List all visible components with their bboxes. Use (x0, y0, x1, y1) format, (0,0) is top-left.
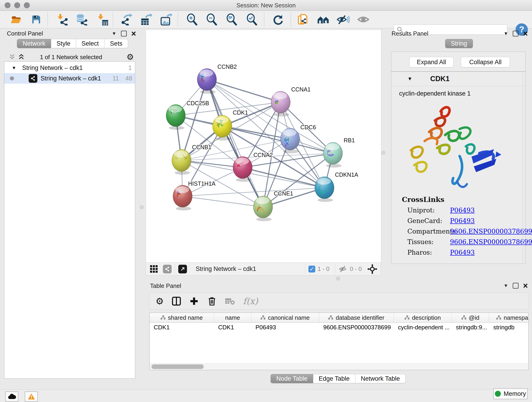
selected-counts: 1 - 0 (317, 265, 329, 273)
tab-style[interactable]: Style (51, 39, 76, 48)
column-header-database-identifier[interactable]: database identifier (319, 313, 394, 322)
node-table[interactable]: shared namenamecanonical namedatabase id… (149, 313, 529, 370)
float-panel-icon[interactable]: ▼ (504, 283, 508, 288)
pan-crosshair-icon[interactable] (367, 264, 377, 274)
crosslink-link[interactable]: P06493 (450, 249, 475, 256)
table-row[interactable]: CDK1CDK1P064939606.ENSP00000378699cyclin… (150, 322, 529, 332)
close-panel-icon[interactable]: × (523, 31, 528, 36)
zoom-selected-button[interactable] (245, 13, 259, 26)
add-column-icon[interactable] (190, 297, 199, 306)
column-header-shared-name[interactable]: shared name (150, 313, 214, 322)
table-cell[interactable]: CDK1 (214, 322, 251, 332)
tab-sets[interactable]: Sets (104, 39, 128, 48)
right-splitter-handle[interactable] (381, 151, 385, 155)
hide-selected-button[interactable] (336, 13, 350, 26)
export-image-button[interactable] (159, 13, 173, 26)
left-splitter-handle[interactable] (140, 205, 144, 209)
network-row-selected[interactable]: String Network – cdk1 11 48 (4, 73, 135, 84)
network-collection-row[interactable]: ▼ String Network – cdk1 1 (4, 63, 135, 73)
tab-node-table[interactable]: Node Table (271, 374, 313, 383)
node-CDKN1A[interactable]: CDKN1A (315, 172, 358, 202)
edge-HIST1H1A-CCNE1[interactable] (183, 196, 263, 207)
network-label: String Network – cdk1 (41, 75, 101, 82)
open-session-button[interactable] (9, 13, 22, 26)
column-header-name[interactable]: name (214, 313, 251, 322)
show-all-panels-button[interactable] (317, 13, 330, 26)
import-network-database-button[interactable] (75, 13, 88, 26)
table-settings-gear-icon[interactable]: ⚙ (156, 296, 164, 306)
hidden-eye-slash-icon[interactable] (338, 265, 348, 273)
zoom-in-button[interactable] (186, 13, 199, 26)
close-panel-icon[interactable]: × (523, 283, 528, 288)
column-header-namespace[interactable]: namespace (489, 313, 529, 322)
birds-eye-view-icon[interactable] (178, 265, 187, 274)
scrollbar-thumb[interactable] (152, 364, 204, 369)
gene-section-header[interactable]: ▼ CDK1 (391, 72, 525, 86)
tab-network-table[interactable]: Network Table (355, 374, 406, 383)
delete-table-icon[interactable] (225, 297, 235, 305)
collapse-triangle-icon[interactable]: ▼ (407, 76, 412, 82)
apply-layout-button[interactable] (272, 13, 285, 26)
memory-button[interactable]: Memory (493, 388, 528, 399)
collapse-all-chevron-icon[interactable] (9, 54, 16, 60)
undock-panel-icon[interactable] (513, 31, 519, 36)
column-header-description[interactable]: description (394, 313, 452, 322)
close-panel-icon[interactable]: × (131, 31, 136, 36)
export-table-button[interactable] (139, 13, 153, 26)
save-session-button[interactable] (30, 13, 43, 26)
column-header-canonical-name[interactable]: canonical name (251, 313, 319, 322)
tab-edge-table[interactable]: Edge Table (313, 374, 355, 383)
collection-expand-triangle-icon[interactable]: ▼ (12, 65, 16, 70)
node-CDC6[interactable]: CDC6 (280, 124, 316, 153)
function-builder-icon[interactable]: f(x) (243, 296, 258, 306)
table-cell[interactable]: 9606.ENSP00000378699 (319, 322, 394, 332)
tab-network[interactable]: Network (17, 39, 51, 48)
zoom-out-button[interactable] (205, 13, 219, 26)
table-cell[interactable]: cyclin-dependent ... (394, 322, 452, 332)
edge-CCNB2-CCNA1[interactable] (207, 80, 281, 102)
crosslink-link[interactable]: P06493 (450, 206, 475, 214)
node-CCNA2[interactable]: CCNA2 (233, 152, 273, 182)
undock-panel-icon[interactable] (513, 283, 519, 288)
node-RB1[interactable]: RB1 (323, 137, 355, 167)
table-cell[interactable]: stringdb:9... (452, 322, 489, 332)
crosslink-link[interactable]: 9606.ENSP00000378699 (450, 228, 532, 235)
select-columns-icon[interactable] (172, 296, 181, 306)
float-panel-icon[interactable]: ▼ (504, 31, 508, 36)
show-hidden-button[interactable] (357, 13, 370, 26)
warnings-button[interactable] (25, 391, 38, 402)
edge-CCNB2-CCNE1[interactable] (207, 80, 263, 207)
table-cell[interactable]: P06493 (251, 322, 319, 332)
node-CCNE1[interactable]: CCNE1 (253, 190, 293, 221)
delete-column-trash-icon[interactable] (207, 296, 216, 306)
results-scrollbar[interactable] (523, 73, 523, 263)
node-CDC25B[interactable]: CDC25B (166, 100, 209, 130)
column-header--id[interactable]: @id (452, 313, 489, 322)
crosslink-link[interactable]: 9606.ENSP00000378699 (450, 238, 532, 246)
cloud-status-button[interactable] (5, 391, 18, 402)
float-panel-icon[interactable]: ▼ (112, 31, 116, 36)
export-network-button[interactable] (120, 13, 133, 26)
horizontal-splitter-handle[interactable] (336, 277, 340, 281)
import-network-file-button[interactable] (56, 13, 69, 26)
tab-string[interactable]: String (445, 39, 473, 48)
expand-all-chevron-icon[interactable] (18, 54, 25, 60)
network-edges[interactable] (176, 80, 333, 207)
column-header-label: name (225, 314, 240, 321)
import-table-file-button[interactable] (96, 13, 109, 26)
expand-all-button[interactable]: Expand All (409, 57, 454, 67)
clone-network-button[interactable] (296, 13, 310, 26)
grid-view-icon[interactable] (150, 265, 158, 274)
network-options-gear-icon[interactable]: ⚙ (127, 52, 134, 62)
collapse-all-button[interactable]: Collapse All (461, 57, 510, 67)
tab-select[interactable]: Select (76, 39, 104, 48)
crosslink-link[interactable]: P06493 (450, 217, 475, 225)
selected-nodes-checkbox[interactable]: ✓ (308, 266, 315, 273)
network-share-icon[interactable] (163, 265, 172, 274)
network-graph[interactable]: CCNB2CCNA1CDC25BCDK1CDC6RB1CCNB1CCNA2CDK… (146, 30, 381, 262)
zoom-fit-button[interactable] (225, 13, 239, 26)
table-cell[interactable]: stringdb (489, 322, 529, 332)
table-cell[interactable]: CDK1 (150, 322, 214, 332)
undock-panel-icon[interactable] (121, 31, 127, 36)
table-horizontal-scrollbar[interactable] (150, 363, 528, 370)
